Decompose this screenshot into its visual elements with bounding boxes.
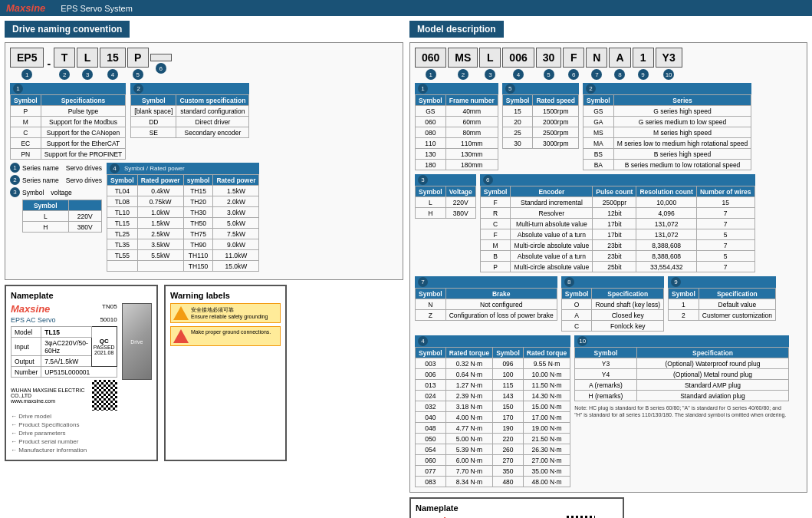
mc-1: 1 9 bbox=[633, 48, 654, 80]
model-tables: 1 SymbolFrame number GS40mm 06060mm 0808… bbox=[415, 83, 802, 487]
shaft-table: SymbolSpecification ORound shaft (key le… bbox=[561, 288, 664, 332]
drive-nameplate-sub: EPS AC Servo bbox=[11, 316, 56, 324]
drive-naming-title: Drive naming convention bbox=[5, 21, 130, 38]
warning-item-1: 安全接地必须可靠Ensure reliable safety grounding bbox=[170, 303, 281, 323]
brand-logo: Maxsine bbox=[6, 2, 45, 14]
mc-006: 006 4 bbox=[502, 48, 534, 80]
series-table: SymbolSeries GSG series high speed GAG s… bbox=[583, 94, 751, 170]
drive-image: Drive bbox=[122, 303, 152, 380]
drive-naming-box: EP5 1 - T 2 L 3 15 4 P 5 bbox=[5, 42, 403, 280]
plug-table: SymbolSpecification Y3(Optional) Waterpr… bbox=[574, 347, 789, 401]
frame-table: SymbolFrame number GS40mm 06060mm 08080m… bbox=[415, 94, 498, 170]
brake-table-block: 7 SymbolBrake NNot configured ZConfigura… bbox=[415, 276, 557, 332]
code-15: 15 4 bbox=[100, 48, 126, 80]
drive-nameplate-brand: Maxsine bbox=[11, 303, 50, 315]
mc-a: A 8 bbox=[609, 48, 630, 80]
warning-title: Warning labels bbox=[170, 291, 281, 300]
symbol-spec-table: SymbolSpecifications PPulse type MSuppor… bbox=[10, 94, 126, 160]
warning-danger-icon bbox=[173, 329, 189, 343]
plug-table-block: 10 SymbolSpecification Y3(Optional) Wate… bbox=[574, 335, 789, 487]
warning-item-2: Make proper ground connections. bbox=[170, 326, 281, 346]
model-desc-panel: Model description 060 1 MS 2 L 3 006 bbox=[409, 21, 807, 518]
code-ep5: EP5 1 bbox=[10, 48, 44, 80]
custom-table-block: 9 SymbolSpecification 1Default value 2Cu… bbox=[668, 276, 776, 332]
power-table-block: 4 Symbol / Rated power SymbolRated power… bbox=[107, 163, 260, 272]
custom-spec-table-block: 2 SymbolCustom specification [blank spac… bbox=[130, 83, 249, 160]
brake-table: SymbolBrake NNot configured ZConfigurati… bbox=[415, 288, 557, 321]
model-code-row: 060 1 MS 2 L 3 006 4 30 5 bbox=[415, 48, 802, 80]
drive-nameplate-table: Model TL15 QC PASSED 2021.08 Input bbox=[11, 326, 117, 378]
series-voltage-col: 1 Series name Servo drives 2 Series name… bbox=[10, 163, 102, 272]
model-voltage-block: 3 SymbolVoltage L220V H380V bbox=[415, 174, 476, 272]
mc-ms: MS 2 bbox=[448, 48, 478, 80]
mc-y3: Y3 10 bbox=[656, 48, 682, 80]
warning-labels: Warning labels 安全接地必须可靠Ensure reliable s… bbox=[164, 285, 287, 461]
model-desc-box: 060 1 MS 2 L 3 006 4 30 5 bbox=[409, 42, 807, 493]
encoder-table: SymbolEncoderPulse countResolution count… bbox=[480, 186, 755, 272]
drive-bottom: Nameplate Maxsine TN05 EPS AC Servo 5001… bbox=[5, 285, 403, 461]
drive-nameplate-model-num: 50010 bbox=[100, 316, 117, 324]
drive-tables-row2: 1 Series name Servo drives 2 Series name… bbox=[10, 163, 398, 272]
mc-060: 060 1 bbox=[415, 48, 446, 80]
top-bar: Maxsine EPS Servo System bbox=[0, 0, 812, 16]
drive-code-row: EP5 1 - T 2 L 3 15 4 P 5 bbox=[10, 48, 398, 80]
motor-nameplate: Nameplate Maxsine AC Servo Motor 130GSL0… bbox=[409, 497, 624, 518]
system-name: EPS Servo System bbox=[61, 4, 133, 13]
power-table: SymbolRated powersymbolRated power TL040… bbox=[107, 174, 260, 272]
plug-note: Note: HC plug is standard for B series 6… bbox=[574, 404, 789, 418]
drive-nameplate-model-plate: TN05 bbox=[102, 303, 117, 315]
custom-table: SymbolSpecification 1Default value 2Cust… bbox=[668, 288, 776, 321]
mc-30: 30 5 bbox=[536, 48, 562, 80]
mc-f: F 6 bbox=[563, 48, 584, 80]
motor-nameplate-title: Nameplate bbox=[416, 503, 618, 513]
torque-table: SymbolRated torqueSymbolRated torque 003… bbox=[415, 347, 570, 487]
mc-l: L 3 bbox=[479, 48, 501, 80]
model-desc-title: Model description bbox=[409, 21, 504, 38]
speed-table: SymbolRated speed 151500rpm 202000rpm 25… bbox=[502, 94, 579, 149]
encoder-table-block: 6 SymbolEncoderPulse countResolution cou… bbox=[480, 174, 755, 272]
drive-qr-code bbox=[92, 380, 117, 411]
model-voltage-table: SymbolVoltage L220V H380V bbox=[415, 186, 476, 219]
torque-table-block: 4 SymbolRated torqueSymbolRated torque 0… bbox=[415, 335, 570, 487]
drive-tables-row: 1 SymbolSpecifications PPulse type MSupp… bbox=[10, 83, 398, 160]
nameplate-drive-title: Nameplate bbox=[11, 291, 152, 300]
code-t: T 2 bbox=[54, 48, 75, 80]
speed-table-block: 5 SymbolRated speed 151500rpm 202000rpm … bbox=[502, 83, 579, 170]
code-l: L 3 bbox=[77, 48, 98, 80]
series-table-block: 2 SymbolSeries GSG series high speed GAG… bbox=[583, 83, 751, 170]
symbol-spec-table-block: 1 SymbolSpecifications PPulse type MSupp… bbox=[10, 83, 126, 160]
warning-triangle-icon bbox=[173, 306, 189, 320]
custom-spec-table: SymbolCustom specification [blank space]… bbox=[130, 94, 249, 138]
voltage-table: Symbol L220V H380V bbox=[22, 200, 102, 233]
drive-naming-panel: Drive naming convention EP5 1 - T 2 L 3 bbox=[5, 21, 403, 518]
mc-n: N 7 bbox=[586, 48, 607, 80]
code-p: P 5 bbox=[127, 48, 149, 80]
code-6: 6 bbox=[150, 54, 172, 74]
frame-table-block: 1 SymbolFrame number GS40mm 06060mm 0808… bbox=[415, 83, 498, 170]
motor-nameplate-area: Nameplate Maxsine AC Servo Motor 130GSL0… bbox=[409, 497, 807, 518]
shaft-table-block: 8 SymbolSpecification ORound shaft (key … bbox=[561, 276, 664, 332]
drive-nameplate: Nameplate Maxsine TN05 EPS AC Servo 5001… bbox=[5, 285, 158, 461]
